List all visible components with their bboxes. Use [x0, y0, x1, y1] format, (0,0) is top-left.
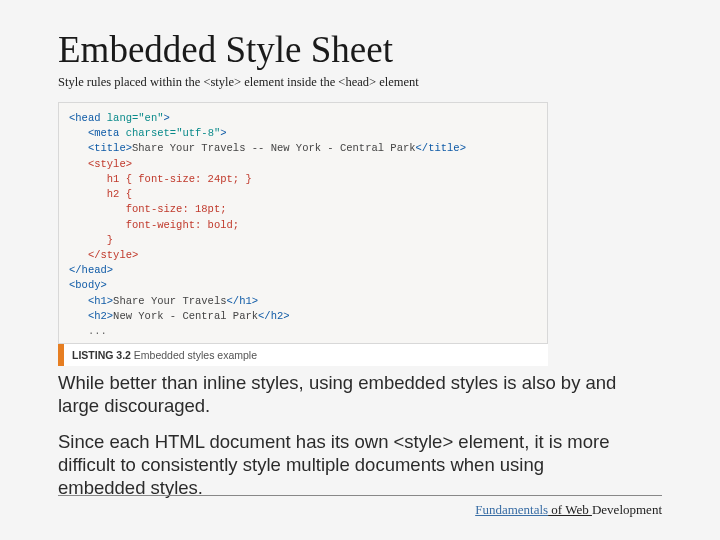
code-token: <style> [69, 157, 537, 172]
code-token: New York - Central Park [113, 310, 258, 322]
code-token: Share Your Travels -- New York - Central… [132, 142, 416, 154]
code-token: <title> [69, 142, 132, 154]
code-token: Share Your Travels [113, 295, 226, 307]
paragraph-1: While better than inline styles, using e… [58, 372, 618, 417]
code-token: lang="en" [107, 112, 164, 124]
code-token: h1 { font-size: 24pt; } [69, 172, 537, 187]
footer-word-2: of Web [548, 502, 592, 517]
code-token: </style> [69, 248, 537, 263]
footer-word-3: Development [592, 502, 662, 517]
code-token: font-size: 18pt; [69, 202, 537, 217]
code-token: font-weight: bold; [69, 218, 537, 233]
footer-divider [58, 495, 662, 496]
code-token: <meta [69, 127, 126, 139]
code-token: <h2> [69, 310, 113, 322]
code-token: <h1> [69, 295, 113, 307]
code-token: <body> [69, 278, 537, 293]
code-token: > [220, 127, 226, 139]
listing-text: Embedded styles example [131, 349, 257, 361]
code-token: </h2> [258, 310, 290, 322]
slide-title: Embedded Style Sheet [58, 28, 662, 71]
code-token: ... [69, 324, 537, 339]
code-listing: <head lang="en"> <meta charset="utf-8"> … [58, 102, 548, 344]
code-token: > [164, 112, 170, 124]
footer-word-1: Fundamentals [475, 502, 548, 517]
listing-caption: LISTING 3.2 Embedded styles example [58, 344, 548, 366]
code-token: <head [69, 112, 107, 124]
code-token: h2 { [69, 187, 537, 202]
listing-number: LISTING 3.2 [72, 349, 131, 361]
code-token: </h1> [227, 295, 259, 307]
code-token: } [69, 233, 537, 248]
slide-subtitle: Style rules placed within the <style> el… [58, 75, 662, 90]
slide: Embedded Style Sheet Style rules placed … [0, 0, 720, 499]
code-token: </head> [69, 263, 537, 278]
code-token: charset="utf-8" [126, 127, 221, 139]
code-token: </title> [416, 142, 466, 154]
footer-text: Fundamentals of Web Development [475, 502, 662, 518]
paragraph-2: Since each HTML document has its own <st… [58, 431, 618, 499]
